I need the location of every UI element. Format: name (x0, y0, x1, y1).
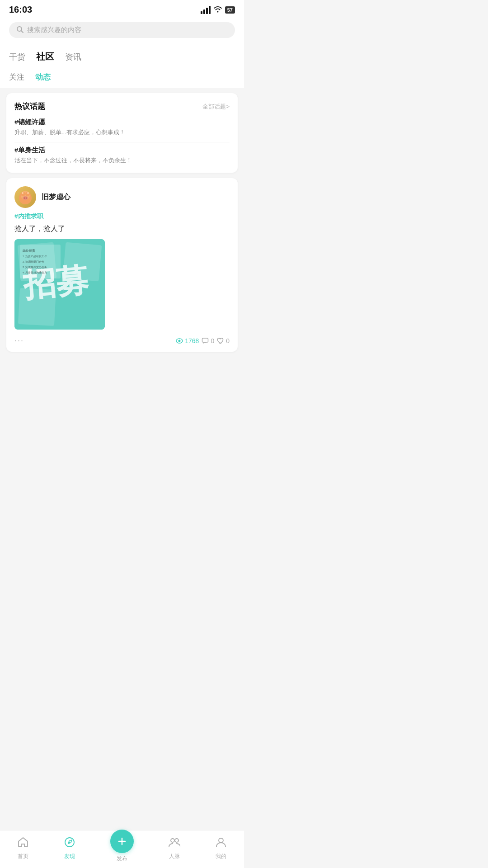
sub-tabs: 关注 动态 (0, 68, 244, 88)
subtab-dongtai[interactable]: 动态 (35, 72, 51, 82)
post-card: 旧梦虐心 #内推求职 抢人了，抢人了 招募 岗位职责 1. 负责产品研发工作 2… (6, 178, 238, 352)
search-bar[interactable]: 搜索感兴趣的内容 (9, 22, 235, 38)
topic-desc-1: 升职、加薪、脱单...有求必应，心想事成！ (14, 128, 230, 137)
spacer (6, 357, 238, 393)
svg-point-7 (24, 198, 25, 199)
search-placeholder: 搜索感兴趣的内容 (27, 26, 81, 34)
svg-point-6 (23, 196, 28, 200)
likes-count: 0 (226, 337, 230, 344)
svg-text:3. 完成领导交办任务: 3. 完成领导交办任务 (23, 265, 47, 269)
status-icons: 57 (201, 5, 235, 14)
svg-text:岗位职责: 岗位职责 (23, 249, 35, 253)
svg-text:2. 协调跨部门合作: 2. 协调跨部门合作 (23, 260, 44, 263)
hot-topics-card: 热议话题 全部话题> #锦鲤许愿 升职、加薪、脱单...有求必应，心想事成！ #… (6, 93, 238, 173)
topic-name-1: #锦鲤许愿 (14, 118, 230, 127)
tab-shequ[interactable]: 社区 (36, 49, 54, 65)
svg-point-23 (178, 340, 181, 342)
post-views: 1768 (176, 337, 199, 344)
hot-topics-title: 热议话题 (14, 101, 45, 112)
post-footer: ··· 1768 0 0 (14, 336, 230, 345)
topic-item-1[interactable]: #锦鲤许愿 升职、加薪、脱单...有求必应，心想事成！ (14, 118, 230, 137)
svg-text:4. 具备良好沟通能力: 4. 具备良好沟通能力 (23, 271, 47, 274)
topic-divider (14, 142, 230, 142)
signal-icon (201, 6, 211, 14)
svg-rect-24 (202, 338, 208, 342)
post-text: 抢人了，抢人了 (14, 224, 230, 234)
hot-topics-header: 热议话题 全部话题> (14, 101, 230, 112)
svg-point-9 (22, 192, 23, 194)
status-bar: 16:03 57 (0, 0, 244, 18)
post-tag[interactable]: #内推求职 (14, 212, 230, 221)
search-icon (16, 26, 23, 34)
post-more-icon[interactable]: ··· (14, 336, 24, 345)
category-tabs: 干货 社区 资讯 (0, 43, 244, 68)
status-time: 16:03 (9, 5, 32, 15)
views-icon (176, 337, 183, 344)
search-area: 搜索感兴趣的内容 (0, 18, 244, 43)
topic-name-2: #单身生活 (14, 146, 230, 155)
post-likes: 0 (217, 337, 230, 344)
comments-count: 0 (211, 337, 214, 344)
svg-point-10 (27, 192, 29, 194)
svg-line-1 (21, 31, 23, 33)
post-comments: 0 (202, 337, 214, 344)
comment-icon (202, 337, 209, 344)
post-image[interactable]: 招募 岗位职责 1. 负责产品研发工作 2. 协调跨部门合作 3. 完成领导交办… (14, 239, 105, 330)
tab-ganhou[interactable]: 干货 (9, 50, 25, 64)
content-area: 热议话题 全部话题> #锦鲤许愿 升职、加薪、脱单...有求必应，心想事成！ #… (0, 88, 244, 399)
subtab-guanzhu[interactable]: 关注 (9, 72, 24, 82)
avatar-image (14, 186, 36, 208)
post-author: 旧梦虐心 (42, 193, 70, 202)
hot-topics-more[interactable]: 全部话题> (202, 103, 230, 111)
post-header: 旧梦虐心 (14, 186, 230, 208)
like-icon (217, 337, 224, 344)
svg-text:1. 负责产品研发工作: 1. 负责产品研发工作 (23, 255, 47, 258)
avatar[interactable] (14, 186, 36, 208)
svg-point-8 (26, 198, 27, 199)
topic-item-2[interactable]: #单身生活 活在当下，不念过往，不畏将来，不负余生！ (14, 146, 230, 165)
views-count: 1768 (185, 337, 199, 344)
tab-zixun[interactable]: 资讯 (65, 50, 81, 64)
battery-icon: 57 (225, 6, 235, 14)
topic-desc-2: 活在当下，不念过往，不畏将来，不负余生！ (14, 156, 230, 165)
wifi-icon (213, 5, 222, 14)
